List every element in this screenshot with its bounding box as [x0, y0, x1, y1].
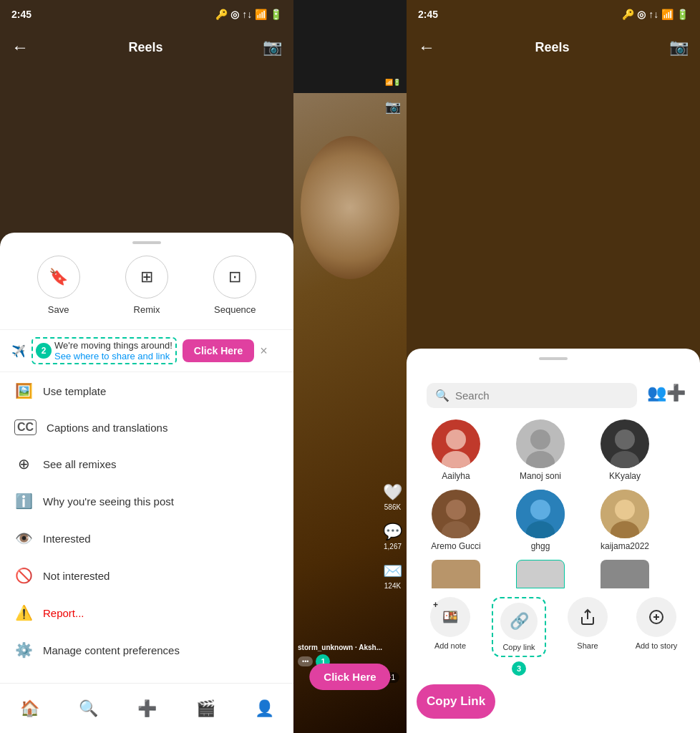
people-row-1: Aailyha Manoj soni KKyalay — [407, 419, 700, 481]
copy-link-icon: 🔗 — [500, 603, 538, 640]
nav-add[interactable]: ➕ — [137, 699, 157, 718]
person-aailyha[interactable]: Aailyha — [417, 419, 495, 481]
remix-label: Remix — [134, 304, 160, 315]
svg-point-0 — [446, 429, 466, 450]
report-item[interactable]: ⚠️ Report... — [0, 594, 293, 631]
person-ghgg[interactable]: ghgg — [501, 490, 580, 551]
click-here-button-notice[interactable]: Click Here — [183, 339, 254, 362]
svg-point-9 — [530, 500, 550, 520]
captions-label: Captions and translations — [47, 422, 167, 434]
time-right: 2:45 — [418, 9, 438, 20]
copy-link-action-container[interactable]: 🔗 Copy link 3 — [485, 597, 553, 676]
copy-link-button[interactable]: Copy Link — [417, 684, 495, 719]
person-partial-1 — [417, 560, 495, 588]
sheet-handle-right — [539, 357, 568, 360]
shares-count: 124K — [384, 582, 401, 590]
use-template-item[interactable]: 🖼️ Use template — [0, 372, 293, 409]
add-people-icon[interactable]: 👥➕ — [647, 384, 686, 402]
not-interested-icon: 🚫 — [14, 567, 33, 584]
likes-count: 586K — [384, 503, 401, 511]
add-note-icon: 🍱 + — [430, 597, 470, 637]
nav-reels[interactable]: 🎬 — [196, 699, 215, 718]
status-bar-right: 2:45 🔑 ◎ ↑↓ 📶 🔋 — [407, 0, 700, 29]
svg-point-1 — [442, 451, 470, 468]
camera-icon-left[interactable]: 📷 — [263, 38, 282, 57]
share-action-right[interactable]: Share — [554, 597, 621, 650]
not-interested-item[interactable]: 🚫 Not interested — [0, 557, 293, 594]
add-to-story-action[interactable]: Add to story — [623, 597, 690, 650]
use-template-label: Use template — [43, 385, 106, 397]
person-kaijama[interactable]: kaijama2022 — [585, 490, 664, 551]
status-icons-right: 🔑 ◎ ↑↓ 📶 🔋 — [622, 9, 689, 20]
manage-prefs-label: Manage content preferences — [43, 644, 180, 656]
avatar-partial-3 — [601, 560, 649, 588]
person-kkyalay[interactable]: KKyalay — [585, 419, 664, 481]
top-nav-right: ← Reels 📷 — [407, 29, 700, 66]
bottom-nav-left: 🏠 🔍 ➕ 🎬 👤 — [0, 683, 293, 733]
notice-bar: ✈️ 2 We're moving things around! See whe… — [0, 330, 293, 372]
svg-point-7 — [442, 521, 470, 538]
close-icon-notice[interactable]: × — [260, 344, 268, 359]
nav-profile[interactable]: 👤 — [255, 699, 274, 718]
action-icons-row: 🔖 Save ⊞ Remix ⊡ Sequence — [0, 256, 293, 330]
save-label: Save — [48, 304, 69, 315]
person-partial-3 — [585, 560, 664, 588]
search-input-right[interactable] — [455, 389, 628, 402]
bottom-sheet-left: 🔖 Save ⊞ Remix ⊡ Sequence ✈️ 2 We're mov… — [0, 233, 293, 683]
not-interested-label: Not interested — [43, 570, 110, 582]
share-icon-right — [568, 597, 608, 637]
person-manoj[interactable]: Manoj soni — [501, 419, 580, 481]
like-action[interactable]: 🤍 586K — [383, 483, 402, 511]
search-bar-right: 🔍 — [427, 383, 637, 408]
left-panel: 2:45 🔑 ◎ ↑↓ 📶 🔋 ← Reels 📷 🔖 Save ⊞ Remix… — [0, 0, 293, 733]
captions-item[interactable]: CC Captions and translations — [0, 409, 293, 445]
manage-prefs-icon: ⚙️ — [14, 641, 33, 659]
click-here-button-middle[interactable]: Click Here — [309, 664, 390, 690]
heart-icon: 🤍 — [383, 483, 402, 502]
back-button-left[interactable]: ← — [11, 37, 29, 57]
search-row: 🔍 👥➕ — [407, 372, 700, 419]
notice-dashed-box: 2 We're moving things around! See where … — [31, 337, 177, 364]
see-all-remixes-item[interactable]: ⊕ See all remixes — [0, 445, 293, 482]
back-button-right[interactable]: ← — [418, 37, 435, 57]
info-icon: ℹ️ — [14, 492, 33, 510]
sequence-label: Sequence — [214, 304, 256, 315]
copy-link-label: Copy link — [502, 643, 535, 651]
avatar-partial-1 — [432, 560, 480, 588]
see-all-remixes-label: See all remixes — [43, 458, 117, 470]
remix-action[interactable]: ⊞ Remix — [125, 256, 168, 315]
person-partial-2 — [501, 560, 580, 588]
name-kkyalay: KKyalay — [609, 471, 641, 481]
why-seeing-item[interactable]: ℹ️ Why you're seeing this post — [0, 482, 293, 520]
template-icon: 🖼️ — [14, 382, 33, 399]
camera-icon-middle[interactable]: 📷 — [385, 99, 401, 115]
why-seeing-label: Why you're seeing this post — [43, 495, 174, 508]
status-icons-left: 🔑 ◎ ↑↓ 📶 🔋 — [215, 9, 282, 20]
comment-action[interactable]: 💬 1,267 — [383, 523, 402, 550]
name-manoj: Manoj soni — [520, 471, 561, 481]
avatar-ghgg — [516, 490, 565, 538]
sequence-action[interactable]: ⊡ Sequence — [213, 256, 256, 315]
share-action-reel[interactable]: ✉️ 124K — [383, 562, 402, 590]
food-bowl-visual — [301, 136, 399, 279]
interested-label: Interested — [43, 533, 91, 545]
name-aailyha: Aailyha — [442, 471, 470, 481]
save-icon: 🔖 — [37, 256, 80, 298]
nav-home[interactable]: 🏠 — [20, 699, 39, 718]
name-kaijama: kaijama2022 — [601, 541, 649, 551]
manage-prefs-item[interactable]: ⚙️ Manage content preferences — [0, 631, 293, 669]
top-nav-left: ← Reels 📷 — [0, 29, 293, 66]
nav-search[interactable]: 🔍 — [79, 699, 98, 718]
camera-icon-right[interactable]: 📷 — [669, 38, 689, 57]
middle-panel: 📶🔋 📷 🤍 586K 💬 1,267 ✉️ 124K storm_unknow… — [293, 0, 407, 733]
status-bar-middle: 📶🔋 — [293, 72, 407, 93]
avatar-partial-2 — [516, 560, 565, 588]
save-action[interactable]: 🔖 Save — [37, 256, 80, 315]
person-aremo[interactable]: Aremo Gucci — [417, 490, 495, 551]
svg-point-2 — [530, 429, 550, 450]
avatar-manoj — [516, 419, 565, 468]
remix-icon: ⊞ — [125, 256, 168, 298]
svg-point-4 — [615, 429, 635, 450]
add-note-action[interactable]: 🍱 + Add note — [417, 597, 484, 650]
interested-item[interactable]: 👁️ Interested — [0, 520, 293, 557]
